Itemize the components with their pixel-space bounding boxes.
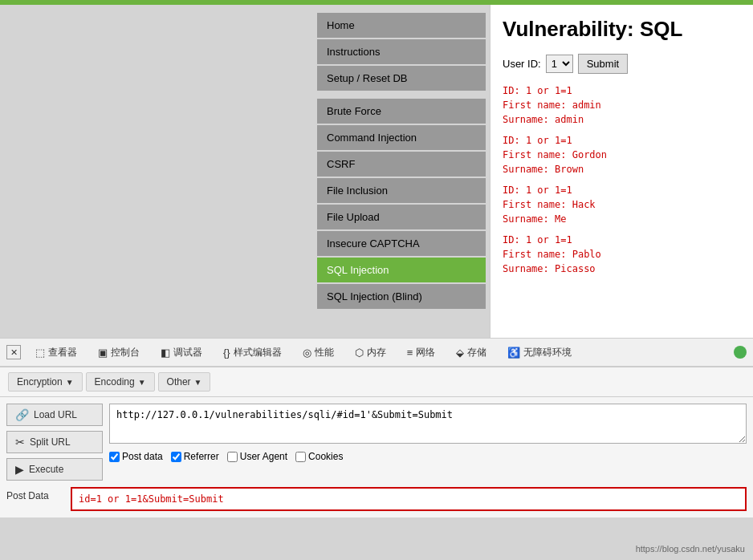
content-area: Vulnerability: SQL User ID: 1 2 3 Submit… (490, 5, 753, 338)
result-surname-3: Surname: Picasso (503, 262, 741, 276)
encryption-tab[interactable]: Encryption ▼ (8, 372, 83, 392)
devtools-tab-accessibility[interactable]: ♿ 无障碍环境 (501, 343, 578, 363)
tool-buttons: 🔗 Load URL ✂ Split URL ▶ Execute (6, 404, 103, 481)
load-url-button[interactable]: 🔗 Load URL (6, 404, 103, 426)
tool-main: 🔗 Load URL ✂ Split URL ▶ Execute http://… (0, 397, 753, 487)
url-input[interactable]: http://127.0.0.1/vulnerabilities/sqli/#i… (109, 404, 747, 444)
devtools-tab-inspector[interactable]: ⬚ 查看器 (29, 343, 83, 363)
storage-icon: ⬙ (456, 347, 464, 359)
debugger-icon: ◧ (161, 347, 170, 359)
result-first-3: First name: Pablo (503, 247, 741, 262)
bottom-section: Encryption ▼ Encoding ▼ Other ▼ 🔗 Load U… (0, 367, 753, 517)
referrer-checkbox-label[interactable]: Referrer (171, 451, 219, 462)
referrer-checkbox[interactable] (171, 452, 181, 462)
result-block-1: ID: 1 or 1=1 First name: Gordon Surname:… (503, 133, 741, 177)
post-data-checkbox-label[interactable]: Post data (109, 451, 163, 462)
memory-icon: ⬡ (355, 347, 364, 359)
result-block-2: ID: 1 or 1=1 First name: Hack Surname: M… (503, 183, 741, 226)
devtools-tab-performance[interactable]: ◎ 性能 (296, 343, 340, 363)
nav-item-home[interactable]: Home (317, 13, 486, 38)
result-id-3: ID: 1 or 1=1 (503, 233, 741, 247)
style-editor-icon: {} (223, 347, 230, 359)
user-id-label: User ID: (503, 58, 541, 70)
devtools-tab-debugger[interactable]: ◧ 调试器 (154, 343, 209, 363)
result-surname-1: Surname: Brown (503, 162, 741, 177)
devtools-tab-storage[interactable]: ⬙ 存储 (450, 343, 493, 363)
result-id-2: ID: 1 or 1=1 (503, 183, 741, 197)
cookies-checkbox[interactable] (295, 452, 306, 462)
nav-item-file-upload[interactable]: File Upload (317, 205, 486, 229)
result-block-3: ID: 1 or 1=1 First name: Pablo Surname: … (503, 233, 741, 276)
post-data-input[interactable] (71, 487, 747, 511)
nav-item-brute-force[interactable]: Brute Force (317, 99, 486, 124)
result-surname-2: Surname: Me (503, 212, 741, 226)
nav-item-sql-injection[interactable]: SQL Injection (317, 258, 486, 282)
encoding-tab[interactable]: Encoding ▼ (86, 372, 155, 392)
submit-button[interactable]: Submit (578, 54, 628, 74)
result-first-2: First name: Hack (503, 197, 741, 212)
execute-button[interactable]: ▶ Execute (6, 458, 103, 481)
split-url-button[interactable]: ✂ Split URL (6, 431, 103, 453)
result-surname-0: Surname: admin (503, 112, 741, 127)
result-first-1: First name: Gordon (503, 148, 741, 162)
performance-icon: ◎ (303, 347, 311, 359)
devtools-tab-console[interactable]: ▣ 控制台 (92, 343, 146, 363)
left-spacer (0, 5, 317, 338)
post-data-label: Post Data (6, 487, 63, 501)
options-row: Post data Referrer User Agent Cookies (109, 451, 747, 462)
encoding-dropdown-arrow: ▼ (138, 378, 146, 387)
accessibility-icon: ♿ (507, 347, 520, 359)
nav-item-setup[interactable]: Setup / Reset DB (317, 66, 486, 91)
nav-menu: Home Instructions Setup / Reset DB Brute… (317, 5, 490, 338)
nav-item-instructions[interactable]: Instructions (317, 39, 486, 64)
page-title: Vulnerability: SQL (503, 17, 741, 42)
post-data-section: Post Data (0, 487, 753, 517)
user-id-select[interactable]: 1 2 3 (546, 55, 573, 73)
user-agent-checkbox-label[interactable]: User Agent (227, 451, 287, 462)
network-icon: ≡ (407, 347, 413, 359)
devtools-close-btn[interactable]: ✕ (6, 345, 21, 359)
devtools-tab-network[interactable]: ≡ 网络 (401, 343, 442, 363)
devtools-tab-memory[interactable]: ⬡ 内存 (348, 343, 393, 363)
nav-item-file-inclusion[interactable]: File Inclusion (317, 178, 486, 203)
sql-results: ID: 1 or 1=1 First name: admin Surname: … (503, 83, 741, 276)
console-icon: ▣ (98, 347, 108, 359)
tool-tabs: Encryption ▼ Encoding ▼ Other ▼ (0, 367, 753, 397)
result-first-0: First name: admin (503, 98, 741, 112)
execute-icon: ▶ (15, 463, 24, 476)
result-id-1: ID: 1 or 1=1 (503, 133, 741, 148)
split-url-icon: ✂ (15, 436, 25, 448)
csdn-link: https://blog.csdn.net/yusaku (636, 544, 745, 554)
load-url-icon: 🔗 (15, 408, 29, 421)
other-tab[interactable]: Other ▼ (158, 372, 211, 392)
inspector-icon: ⬚ (35, 347, 45, 359)
nav-item-command-injection[interactable]: Command Injection (317, 125, 486, 150)
devtools-tab-style-editor[interactable]: {} 样式编辑器 (217, 343, 288, 363)
devtools-bar: ✕ ⬚ 查看器 ▣ 控制台 ◧ 调试器 {} 样式编辑器 ◎ 性能 ⬡ 内存 ≡… (0, 338, 753, 367)
other-dropdown-arrow: ▼ (194, 378, 202, 387)
result-id-0: ID: 1 or 1=1 (503, 83, 741, 98)
cookies-checkbox-label[interactable]: Cookies (295, 451, 343, 462)
nav-item-csrf[interactable]: CSRF (317, 152, 486, 177)
post-data-checkbox[interactable] (109, 452, 120, 462)
url-area: http://127.0.0.1/vulnerabilities/sqli/#i… (109, 404, 747, 481)
encryption-dropdown-arrow: ▼ (66, 378, 74, 387)
result-block-0: ID: 1 or 1=1 First name: admin Surname: … (503, 83, 741, 127)
user-agent-checkbox[interactable] (227, 452, 238, 462)
nav-item-insecure-captcha[interactable]: Insecure CAPTCHA (317, 231, 486, 256)
nav-item-sql-injection-blind[interactable]: SQL Injection (Blind) (317, 284, 486, 309)
green-status-dot (734, 346, 747, 359)
